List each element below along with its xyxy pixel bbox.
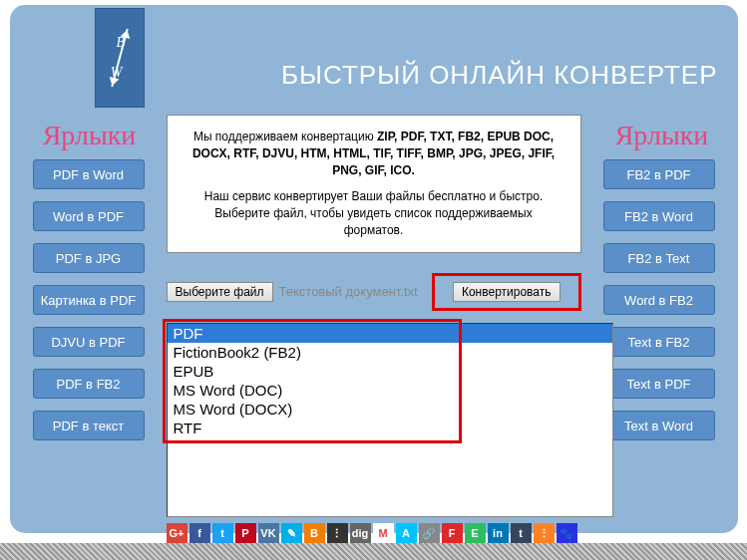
baidu-icon[interactable]: 🐾 — [557, 523, 577, 544]
format-option-ms-word-doc-[interactable]: MS Word (DOC) — [168, 381, 612, 400]
google-plus-icon[interactable]: G+ — [167, 523, 187, 544]
shortcut-text-в-word[interactable]: Text в Word — [603, 411, 715, 440]
choose-file-button[interactable]: Выберите файл — [167, 282, 273, 302]
selected-filename: Текстовый документ.txt — [279, 284, 418, 299]
shortcut-word-в-pdf[interactable]: Word в PDF — [33, 201, 145, 231]
flipboard-icon[interactable]: F — [442, 523, 463, 544]
logo[interactable]: B W — [95, 8, 145, 108]
shortcut-pdf-в-текст[interactable]: PDF в текст — [33, 411, 145, 440]
sidebar-right-title: Ярлыки — [601, 120, 723, 151]
convert-highlight-box: Конвертировать — [432, 273, 581, 311]
aol-icon[interactable]: A — [396, 523, 417, 544]
sidebar-left: Ярлыки PDF в WordWord в PDFPDF в JPGКарт… — [25, 120, 155, 544]
sidebar-left-title: Ярлыки — [25, 120, 155, 151]
digg-icon[interactable]: dig — [350, 523, 371, 544]
social-share-row: G+ftPVK✎BⵗdigMA🔗FEint⋮🐾 — [167, 523, 581, 544]
shortcut-картинка-в-pdf[interactable]: Картинка в PDF — [33, 285, 145, 315]
blogger-icon[interactable]: B — [304, 523, 325, 544]
logo-letter-b: B — [117, 36, 126, 50]
twitter-icon[interactable]: t — [212, 523, 233, 544]
pinterest-icon[interactable]: P — [235, 523, 256, 544]
format-option-fictionbook2-fb2-[interactable]: FictionBook2 (FB2) — [168, 343, 612, 362]
shortcut-word-в-fb2[interactable]: Word в FB2 — [603, 285, 715, 315]
shortcut-fb2-в-word[interactable]: FB2 в Word — [603, 201, 715, 231]
info-description: Наш сервис конвертирует Ваши файлы беспл… — [186, 188, 562, 238]
facebook-icon[interactable]: f — [189, 523, 210, 544]
shortcut-pdf-в-word[interactable]: PDF в Word — [33, 159, 145, 189]
info-prefix: Мы поддерживаем конвертацию — [193, 130, 377, 143]
shortcut-fb2-в-text[interactable]: FB2 в Text — [603, 243, 715, 273]
vk-icon[interactable]: VK — [258, 523, 279, 544]
mix-icon[interactable]: ⋮ — [534, 523, 555, 544]
logo-letter-w: W — [111, 66, 123, 80]
format-option-pdf[interactable]: PDF — [168, 324, 612, 343]
tumblr-icon[interactable]: t — [511, 523, 532, 544]
shortcut-text-в-pdf[interactable]: Text в PDF — [603, 369, 715, 399]
convert-button[interactable]: Конвертировать — [453, 282, 560, 302]
livejournal-icon[interactable]: ✎ — [281, 523, 302, 544]
shortcut-djvu-в-pdf[interactable]: DJVU в PDF — [33, 327, 145, 357]
format-select-list[interactable]: PDFFictionBook2 (FB2)EPUBMS Word (DOC)MS… — [167, 323, 613, 517]
shortcut-pdf-в-fb2[interactable]: PDF в FB2 — [33, 369, 145, 399]
linkedin-icon[interactable]: in — [488, 523, 509, 544]
evernote-icon[interactable]: E — [465, 523, 486, 544]
shortcut-pdf-в-jpg[interactable]: PDF в JPG — [33, 243, 145, 273]
footer-pattern — [0, 543, 747, 560]
main-panel: B W БЫСТРЫЙ ОНЛАЙН КОНВЕРТЕР Ярлыки PDF … — [10, 5, 738, 533]
format-option-epub[interactable]: EPUB — [168, 362, 612, 381]
myspace-icon[interactable]: ⵗ — [327, 523, 348, 544]
gmail-icon[interactable]: M — [373, 523, 394, 544]
format-option-ms-word-docx-[interactable]: MS Word (DOCX) — [168, 400, 612, 419]
info-box: Мы поддерживаем конвертацию ZIP, PDF, TX… — [167, 115, 581, 253]
shortcut-fb2-в-pdf[interactable]: FB2 в PDF — [603, 159, 715, 189]
shortcut-text-в-fb2[interactable]: Text в FB2 — [603, 327, 715, 357]
format-option-rtf[interactable]: RTF — [168, 419, 612, 437]
link-icon[interactable]: 🔗 — [419, 523, 440, 544]
site-title: БЫСТРЫЙ ОНЛАЙН КОНВЕРТЕР — [281, 60, 718, 91]
